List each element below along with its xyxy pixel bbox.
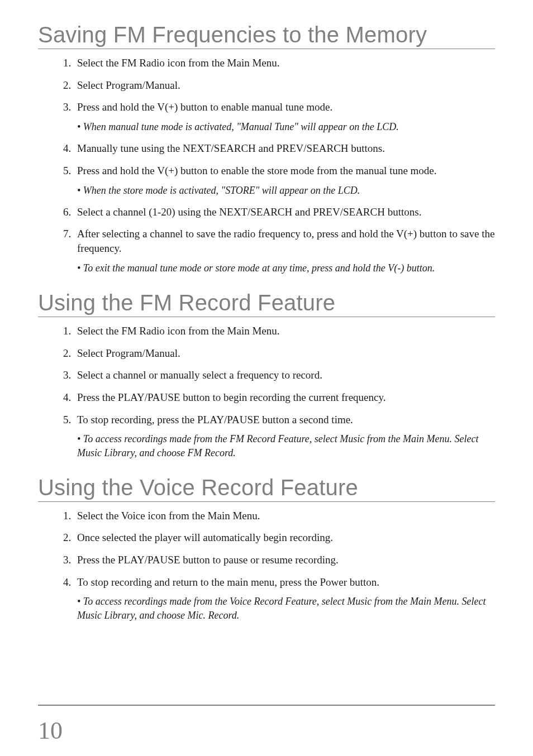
step-note: • To access recordings made from the FM … — [77, 432, 495, 460]
step-item: Once selected the player will automatica… — [74, 530, 495, 545]
step-note: • When manual tune mode is activated, "M… — [77, 120, 495, 133]
step-item: Press the PLAY/PAUSE button to begin rec… — [74, 390, 495, 405]
step-item: Select the Voice icon from the Main Menu… — [74, 509, 495, 523]
step-item: Select a channel (1-20) using the NEXT/S… — [74, 205, 495, 219]
footer-rule — [38, 705, 495, 706]
step-text: Press the PLAY/PAUSE button to begin rec… — [77, 391, 386, 403]
step-text: Select Program/Manual. — [77, 79, 180, 91]
section-fm-record: Using the FM Record Feature Select the F… — [38, 290, 495, 460]
step-item: Select Program/Manual. — [74, 346, 495, 361]
step-text: Press the PLAY/PAUSE button to pause or … — [77, 554, 339, 566]
step-item: Manually tune using the NEXT/SEARCH and … — [74, 141, 495, 156]
step-text: Press and hold the V(+) button to enable… — [77, 101, 332, 113]
step-text: Once selected the player will automatica… — [77, 532, 333, 543]
step-text: Select a channel or manually select a fr… — [77, 369, 322, 381]
step-item: Select Program/Manual. — [74, 78, 495, 93]
section-voice-record: Using the Voice Record Feature Select th… — [38, 475, 495, 622]
step-item: Select the FM Radio icon from the Main M… — [74, 324, 495, 338]
step-note: • To exit the manual tune mode or store … — [77, 261, 495, 275]
step-item: Select the FM Radio icon from the Main M… — [74, 56, 495, 70]
page-number: 10 — [38, 716, 63, 745]
step-item: To stop recording, press the PLAY/PAUSE … — [74, 413, 495, 460]
step-text: Select the FM Radio icon from the Main M… — [77, 325, 280, 337]
step-note: • When the store mode is activated, "STO… — [77, 184, 495, 197]
step-item: Press and hold the V(+) button to enable… — [74, 164, 495, 197]
document-page: Saving FM Frequencies to the Memory Sele… — [0, 0, 533, 756]
steps-list: Select the Voice icon from the Main Menu… — [60, 509, 495, 622]
section-title: Using the Voice Record Feature — [38, 475, 495, 502]
step-item: Select a channel or manually select a fr… — [74, 368, 495, 382]
step-text: To stop recording and return to the main… — [77, 576, 379, 588]
step-item: After selecting a channel to save the ra… — [74, 227, 495, 275]
step-text: Manually tune using the NEXT/SEARCH and … — [77, 142, 385, 154]
section-title: Saving FM Frequencies to the Memory — [38, 22, 495, 49]
step-text: Select a channel (1-20) using the NEXT/S… — [77, 206, 421, 218]
steps-list: Select the FM Radio icon from the Main M… — [60, 56, 495, 275]
step-text: After selecting a channel to save the ra… — [77, 228, 494, 254]
step-text: Select Program/Manual. — [77, 347, 180, 359]
steps-list: Select the FM Radio icon from the Main M… — [60, 324, 495, 460]
step-text: Select the Voice icon from the Main Menu… — [77, 510, 260, 521]
step-note: • To access recordings made from the Voi… — [77, 595, 495, 622]
section-title: Using the FM Record Feature — [38, 290, 495, 317]
step-text: Press and hold the V(+) button to enable… — [77, 165, 437, 176]
step-item: Press and hold the V(+) button to enable… — [74, 100, 495, 133]
step-item: Press the PLAY/PAUSE button to pause or … — [74, 553, 495, 567]
section-saving-fm: Saving FM Frequencies to the Memory Sele… — [38, 22, 495, 275]
step-text: To stop recording, press the PLAY/PAUSE … — [77, 414, 353, 425]
step-item: To stop recording and return to the main… — [74, 575, 495, 622]
step-text: Select the FM Radio icon from the Main M… — [77, 57, 280, 69]
